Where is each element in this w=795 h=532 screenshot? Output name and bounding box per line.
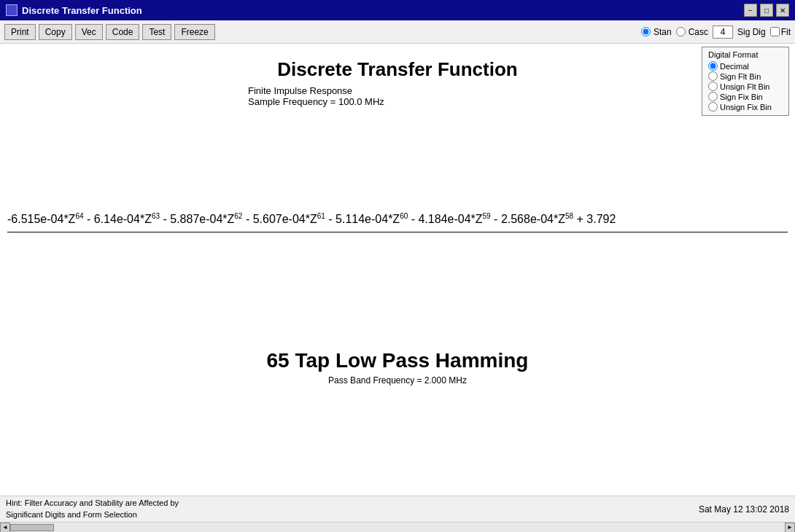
content-area: Digital Format Decimal Sign Flt Bin Unsi…	[0, 44, 795, 496]
scroll-thumb[interactable]	[10, 524, 54, 531]
code-button[interactable]: Code	[106, 24, 140, 40]
vec-button[interactable]: Vec	[75, 24, 103, 40]
df-option-unsign-fix-bin: Unsign Fix Bin	[708, 102, 783, 112]
title-bar-controls: − □ ✕	[744, 4, 789, 17]
toolbar: Print Copy Vec Code Test Freeze Stan Cas…	[0, 20, 795, 44]
sign-flt-bin-label: Sign Flt Bin	[720, 72, 761, 81]
test-button[interactable]: Test	[142, 24, 171, 40]
scroll-track[interactable]	[10, 524, 785, 531]
tf-numerator: -6.515e-04*Z64 - 6.14e-04*Z63 - 5.887e-0…	[7, 209, 788, 230]
app-icon	[6, 4, 18, 16]
unsign-fix-bin-radio[interactable]	[708, 102, 718, 112]
sign-flt-bin-radio[interactable]	[708, 71, 718, 81]
stan-radio-group: Stan	[641, 27, 672, 37]
sign-fix-bin-radio[interactable]	[708, 92, 718, 101]
title-bar-left: Discrete Transfer Function	[6, 4, 142, 16]
title-bar: Discrete Transfer Function − □ ✕	[0, 0, 795, 20]
sig-dig-input[interactable]	[713, 26, 733, 39]
maximize-button[interactable]: □	[760, 4, 773, 17]
filter-subtitle: Pass Band Frequency = 2.000 MHz	[0, 375, 795, 386]
filter-info-section: 65 Tap Low Pass Hamming Pass Band Freque…	[0, 349, 795, 386]
fit-checkbox-group: Fit	[770, 27, 791, 37]
casc-label: Casc	[689, 27, 708, 37]
scrollbar-bottom: ◄ ►	[0, 522, 795, 532]
copy-button[interactable]: Copy	[39, 24, 72, 40]
main-title: Discrete Transfer Function	[0, 58, 795, 81]
print-button[interactable]: Print	[4, 24, 36, 40]
hint-line1: Hint: Filter Accuracy and Stability are …	[6, 498, 179, 509]
digital-format-title: Digital Format	[708, 50, 783, 59]
unsign-flt-bin-radio[interactable]	[708, 82, 718, 91]
toolbar-right: Stan Casc Sig Dig Fit	[641, 26, 791, 39]
unsign-flt-bin-label: Unsign Flt Bin	[720, 82, 769, 91]
status-bar: Hint: Filter Accuracy and Stability are …	[0, 496, 795, 522]
casc-radio[interactable]	[676, 27, 686, 36]
tf-divider	[7, 232, 788, 232]
df-option-sign-fix-bin: Sign Fix Bin	[708, 92, 783, 101]
window-title: Discrete Transfer Function	[22, 5, 142, 16]
digital-format-box: Digital Format Decimal Sign Flt Bin Unsi…	[702, 47, 789, 116]
main-title-section: Discrete Transfer Function Finite Impuls…	[0, 58, 795, 107]
scroll-right-button[interactable]: ►	[785, 523, 795, 533]
hint-line2: Significant Digits and Form Selection	[6, 509, 179, 520]
scroll-left-button[interactable]: ◄	[0, 523, 10, 533]
transfer-function-area: -6.515e-04*Z64 - 6.14e-04*Z63 - 5.887e-0…	[0, 209, 795, 232]
close-button[interactable]: ✕	[776, 4, 789, 17]
stan-radio[interactable]	[641, 27, 651, 36]
df-option-decimal: Decimal	[708, 61, 783, 71]
decimal-label: Decimal	[720, 62, 749, 71]
hint-text: Hint: Filter Accuracy and Stability are …	[6, 498, 179, 520]
status-date: Sat May 12 13:02 2018	[699, 504, 789, 515]
unsign-fix-bin-label: Unsign Fix Bin	[720, 103, 772, 112]
df-option-unsign-flt-bin: Unsign Flt Bin	[708, 82, 783, 91]
filter-title: 65 Tap Low Pass Hamming	[0, 349, 795, 372]
minimize-button[interactable]: −	[744, 4, 757, 17]
main-content: Digital Format Decimal Sign Flt Bin Unsi…	[0, 44, 795, 532]
df-option-sign-flt-bin: Sign Flt Bin	[708, 71, 783, 81]
sign-fix-bin-label: Sign Fix Bin	[720, 93, 763, 101]
fit-checkbox[interactable]	[770, 27, 780, 36]
stan-label: Stan	[654, 27, 672, 37]
fit-label: Fit	[781, 27, 791, 37]
decimal-radio[interactable]	[708, 61, 718, 71]
freeze-button[interactable]: Freeze	[174, 24, 214, 40]
casc-radio-group: Casc	[676, 27, 708, 37]
sig-dig-label: Sig Dig	[737, 27, 766, 37]
